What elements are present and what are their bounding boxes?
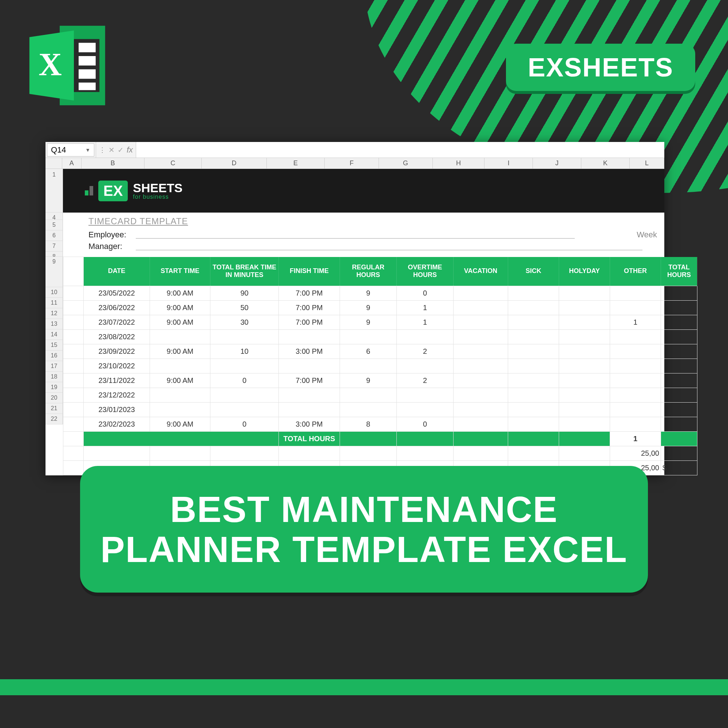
cell[interactable]: 0 [210, 373, 279, 388]
employee-field[interactable] [136, 231, 575, 239]
cell[interactable] [610, 373, 661, 388]
cell[interactable] [454, 315, 508, 329]
fx-icon[interactable]: fx [127, 145, 133, 155]
cell[interactable] [661, 388, 697, 402]
cell[interactable]: 3:00 PM [279, 344, 340, 359]
cell[interactable]: 23/06/2022 [84, 300, 150, 315]
col-header[interactable]: F [325, 158, 379, 168]
col-header[interactable]: H [433, 158, 485, 168]
cell[interactable] [559, 286, 610, 300]
cell[interactable] [559, 373, 610, 388]
cell[interactable]: 9:00 AM [150, 286, 210, 300]
cell[interactable]: 0 [397, 417, 454, 431]
formula-input[interactable] [136, 142, 664, 158]
cell[interactable] [210, 388, 279, 402]
row-header[interactable]: 8 [46, 252, 63, 257]
cell[interactable] [559, 417, 610, 431]
cell[interactable] [397, 329, 454, 344]
cell[interactable] [454, 329, 508, 344]
row-header[interactable]: 11 [46, 298, 63, 308]
cell[interactable] [210, 359, 279, 373]
cell[interactable] [661, 373, 697, 388]
cell[interactable] [559, 329, 610, 344]
cancel-icon[interactable]: ✕ [109, 145, 115, 154]
cell[interactable]: 23/11/2022 [84, 373, 150, 388]
cell[interactable]: 9 [340, 300, 397, 315]
cell[interactable] [661, 417, 697, 431]
cell[interactable] [559, 315, 610, 329]
cell[interactable] [454, 300, 508, 315]
cell[interactable]: 9:00 AM [150, 373, 210, 388]
row-header[interactable]: 9 [46, 257, 63, 287]
cell[interactable] [661, 344, 697, 359]
cell[interactable] [63, 359, 84, 373]
cell[interactable]: 7:00 PM [279, 315, 340, 329]
col-header[interactable]: L [630, 158, 664, 168]
cell[interactable] [63, 388, 84, 402]
cell[interactable] [397, 402, 454, 417]
cell[interactable] [610, 286, 661, 300]
cell[interactable] [210, 402, 279, 417]
col-header[interactable]: J [533, 158, 581, 168]
cell[interactable] [661, 315, 697, 329]
row-header[interactable]: 18 [46, 372, 63, 382]
cell[interactable] [508, 329, 559, 344]
row-header[interactable]: 16 [46, 350, 63, 361]
col-header[interactable]: E [267, 158, 325, 168]
cell[interactable] [559, 344, 610, 359]
cell[interactable]: 8 [340, 417, 397, 431]
cell[interactable] [559, 388, 610, 402]
row-header[interactable]: 21 [46, 403, 63, 414]
cell[interactable]: 9 [340, 373, 397, 388]
cell[interactable] [508, 417, 559, 431]
row-header[interactable]: 22 [46, 414, 63, 424]
cell[interactable] [454, 359, 508, 373]
confirm-icon[interactable]: ✓ [118, 145, 124, 154]
cell[interactable]: 6 [340, 344, 397, 359]
cell[interactable] [454, 286, 508, 300]
cell[interactable] [661, 300, 697, 315]
cell[interactable] [610, 359, 661, 373]
row-header[interactable]: 5 [46, 220, 63, 230]
cell[interactable]: 50 [210, 300, 279, 315]
cell[interactable]: 2 [397, 373, 454, 388]
row-header[interactable]: 20 [46, 393, 63, 403]
cell[interactable]: 23/02/2023 [84, 417, 150, 431]
cell[interactable] [150, 388, 210, 402]
cell[interactable] [279, 402, 340, 417]
cell[interactable] [150, 329, 210, 344]
cell[interactable] [279, 388, 340, 402]
row-header[interactable]: 12 [46, 308, 63, 319]
cell[interactable]: 1 [397, 315, 454, 329]
cell[interactable] [63, 300, 84, 315]
cell[interactable] [63, 344, 84, 359]
col-header[interactable]: A [62, 158, 81, 168]
cell[interactable] [63, 329, 84, 344]
cell[interactable]: 1 [610, 315, 661, 329]
cell[interactable] [661, 329, 697, 344]
cell[interactable]: 7:00 PM [279, 286, 340, 300]
cell[interactable] [508, 315, 559, 329]
cell[interactable]: 9:00 AM [150, 417, 210, 431]
cell[interactable] [559, 300, 610, 315]
cell[interactable] [150, 359, 210, 373]
cell[interactable] [150, 402, 210, 417]
cell[interactable] [508, 300, 559, 315]
cell[interactable] [610, 300, 661, 315]
cell[interactable]: 23/10/2022 [84, 359, 150, 373]
cell[interactable] [210, 329, 279, 344]
cell[interactable]: 23/12/2022 [84, 388, 150, 402]
cell[interactable]: 9:00 AM [150, 300, 210, 315]
row-header[interactable]: 4 [46, 213, 63, 220]
name-box[interactable]: Q14 ▼ [47, 144, 94, 156]
cell[interactable] [454, 417, 508, 431]
manager-field[interactable] [136, 242, 642, 251]
cell[interactable] [559, 402, 610, 417]
col-header[interactable]: I [485, 158, 533, 168]
cell[interactable] [454, 388, 508, 402]
cell[interactable] [279, 359, 340, 373]
row-header[interactable]: 17 [46, 361, 63, 372]
col-header[interactable]: D [202, 158, 267, 168]
row-header[interactable]: 1 [46, 169, 63, 213]
col-header[interactable]: C [145, 158, 202, 168]
